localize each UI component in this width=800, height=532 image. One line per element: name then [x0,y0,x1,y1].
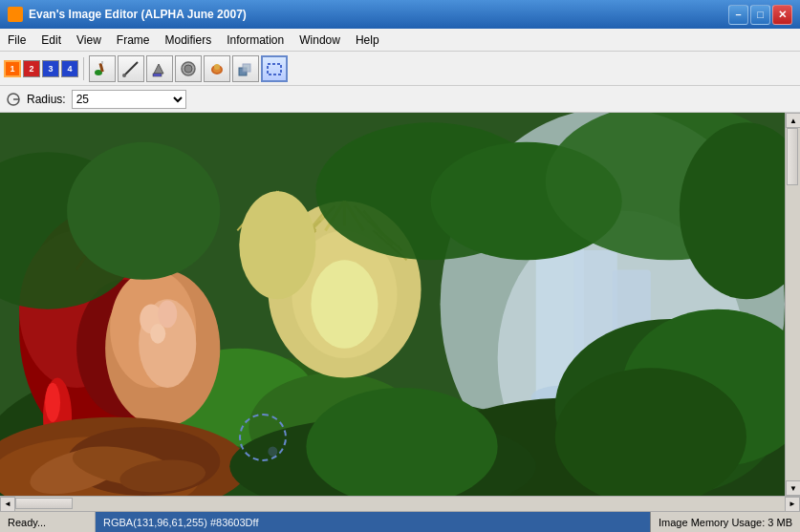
svg-point-10 [214,64,220,70]
menu-view[interactable]: View [69,29,109,51]
fill-tool-button[interactable] [146,55,173,82]
scroll-left-button[interactable]: ◄ [0,497,15,512]
scroll-up-button[interactable]: ▲ [786,113,800,128]
vertical-scrollbar: ▲ ▼ [785,113,800,496]
color-swatch-2[interactable]: 2 [23,60,40,77]
horizontal-scrollbar: ◄ ► [0,496,800,511]
image-overlay-svg [0,113,785,496]
toolbar-separator-1 [83,57,84,80]
app-icon [8,7,23,22]
svg-rect-5 [153,74,162,76]
paint-brush-tool-button[interactable] [89,55,116,82]
select-tool-button[interactable] [261,55,288,82]
radius-icon [6,92,21,107]
toolbar: 1 2 3 4 [0,52,800,86]
smudge-tool-button[interactable] [204,55,230,82]
vertical-scroll-track[interactable] [786,128,800,480]
svg-point-54 [239,191,315,299]
radius-label: Radius: [27,93,66,106]
menu-bar: File Edit View Frame Modifiers Informati… [0,29,800,52]
scroll-down-button[interactable]: ▼ [786,480,800,496]
menu-frame[interactable]: Frame [109,29,158,51]
image-canvas[interactable] [0,113,785,496]
title-text: Evan's Image Editor (ALPHA June 2007) [8,7,247,22]
svg-point-62 [45,383,60,422]
svg-point-67 [158,300,177,328]
radius-bar: Radius: 5 10 15 20 25 30 40 50 [0,86,800,113]
status-rgba-text: RGBA(131,96,61,255) #83603Dff [96,512,651,532]
menu-information[interactable]: Information [219,29,292,51]
menu-modifiers[interactable]: Modifiers [158,29,220,51]
maximize-button[interactable]: □ [750,5,770,25]
clone-tool-button[interactable] [232,55,259,82]
eraser-tool-button[interactable] [175,55,202,82]
minimize-button[interactable]: – [728,5,748,25]
vertical-scroll-thumb[interactable] [787,128,798,185]
status-memory-text: Image Memory Usage: 3 MB [651,512,800,532]
status-bar: Ready... RGBA(131,96,61,255) #83603Dff I… [0,511,800,532]
svg-point-68 [150,324,165,344]
color-swatch-3[interactable]: 3 [42,60,59,77]
svg-point-4 [122,74,126,77]
svg-rect-2 [101,61,103,64]
svg-point-7 [184,65,192,73]
close-button[interactable]: ✕ [772,5,792,25]
color-swatch-1[interactable]: 1 [4,60,21,77]
scroll-right-button[interactable]: ► [785,497,800,512]
svg-rect-12 [243,64,250,72]
menu-window[interactable]: Window [292,29,348,51]
window-title: Evan's Image Editor (ALPHA June 2007) [29,8,247,21]
svg-point-48 [311,260,378,349]
svg-point-83 [268,447,277,457]
horizontal-scroll-track[interactable] [15,497,785,511]
color-swatch-4[interactable]: 4 [61,60,78,77]
svg-line-3 [124,62,138,75]
svg-point-70 [67,142,220,280]
status-ready-text: Ready... [0,512,96,532]
svg-rect-13 [268,64,281,74]
canvas-wrapper: ▲ ▼ [0,113,800,496]
radius-select[interactable]: 5 10 15 20 25 30 40 50 [72,90,186,109]
line-tool-button[interactable] [118,55,144,82]
window-controls: – □ ✕ [728,5,792,25]
menu-help[interactable]: Help [348,29,387,51]
title-bar: Evan's Image Editor (ALPHA June 2007) – … [0,0,800,29]
horizontal-scroll-thumb[interactable] [15,498,73,509]
menu-edit[interactable]: Edit [33,29,69,51]
menu-file[interactable]: File [0,29,33,51]
